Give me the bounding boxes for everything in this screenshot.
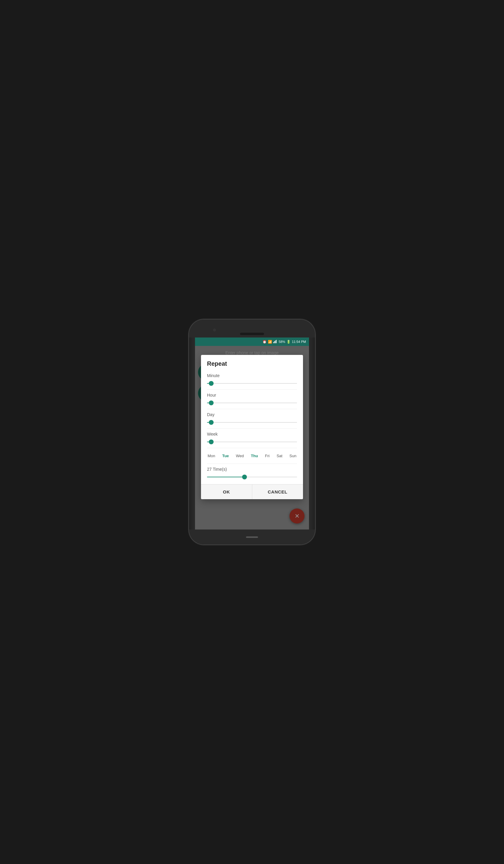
phone-bottom: [189, 529, 315, 544]
cancel-button[interactable]: CANCEL: [252, 484, 303, 499]
dialog-content: Minute Hour: [201, 370, 303, 484]
hour-track: [207, 403, 297, 403]
week-slider[interactable]: [207, 439, 297, 445]
day-section: Day: [207, 409, 297, 429]
home-indicator[interactable]: [246, 536, 258, 538]
day-mon[interactable]: Mon: [207, 453, 216, 459]
minute-track: [207, 383, 297, 384]
time-display: 11:54 PM: [292, 340, 306, 344]
day-fri[interactable]: Fri: [264, 453, 270, 459]
day-tue[interactable]: Tue: [222, 453, 229, 459]
phone-top: [189, 320, 315, 337]
dialog-overlay: Repeat Minute: [195, 346, 309, 529]
dialog-buttons: OK CANCEL: [201, 484, 303, 499]
minute-thumb[interactable]: [209, 381, 214, 386]
minute-slider[interactable]: [207, 381, 297, 386]
times-thumb[interactable]: [242, 475, 247, 479]
day-sun[interactable]: Sun: [289, 453, 297, 459]
times-track: [207, 477, 297, 477]
svg-rect-3: [276, 340, 277, 343]
phone-frame: ⏰ 📶 58% 🔋 11:54 PM: [189, 320, 315, 544]
times-label: 27 Time(s): [207, 467, 297, 472]
day-thu[interactable]: Thu: [250, 453, 259, 459]
times-section: 27 Time(s): [207, 464, 297, 484]
dialog-title: Repeat: [201, 355, 303, 370]
signal-icon: [273, 339, 277, 344]
battery-label: 58%: [279, 340, 285, 344]
day-thumb[interactable]: [209, 420, 214, 425]
minute-label: Minute: [207, 373, 297, 378]
hour-section: Hour: [207, 390, 297, 409]
times-fill: [207, 477, 245, 477]
svg-rect-2: [275, 340, 276, 343]
week-section: Week: [207, 429, 297, 448]
status-icons: ⏰ 📶 58% 🔋 11:54 PM: [263, 339, 306, 344]
repeat-dialog: Repeat Minute: [201, 355, 303, 499]
camera: [213, 328, 216, 332]
days-section: Mon Tue Wed Thu Fri Sat Sun: [207, 448, 297, 464]
hour-thumb[interactable]: [209, 400, 214, 405]
day-label: Day: [207, 412, 297, 417]
app-background: Enter phone or tap on image ▶ 📞 Repeat M…: [195, 346, 309, 529]
day-sat[interactable]: Sat: [276, 453, 283, 459]
week-track: [207, 442, 297, 442]
minute-section: Minute: [207, 370, 297, 390]
day-track: [207, 422, 297, 423]
ok-button[interactable]: OK: [201, 484, 252, 499]
battery-icon: 🔋: [287, 340, 291, 344]
times-slider[interactable]: [207, 474, 297, 480]
day-slider[interactable]: [207, 419, 297, 425]
hour-label: Hour: [207, 393, 297, 397]
wifi-icon: 📶: [268, 340, 272, 344]
week-thumb[interactable]: [209, 440, 214, 444]
status-bar: ⏰ 📶 58% 🔋 11:54 PM: [195, 337, 309, 346]
svg-rect-1: [274, 341, 275, 343]
screen: ⏰ 📶 58% 🔋 11:54 PM: [195, 337, 309, 529]
svg-rect-0: [273, 342, 274, 343]
day-wed[interactable]: Wed: [235, 453, 244, 459]
days-row: Mon Tue Wed Thu Fri Sat Sun: [207, 453, 297, 459]
speaker: [240, 333, 264, 335]
week-label: Week: [207, 432, 297, 436]
alarm-icon: ⏰: [263, 340, 267, 344]
hour-slider[interactable]: [207, 400, 297, 406]
